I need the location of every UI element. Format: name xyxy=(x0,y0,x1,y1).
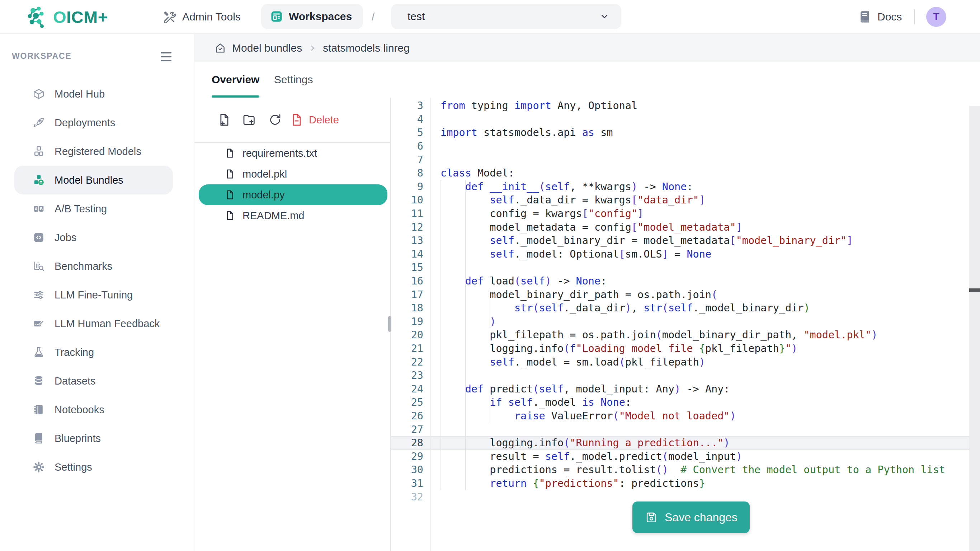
notebook-icon xyxy=(33,404,45,416)
sidebar-item-a-b-testing[interactable]: ABA/B Testing xyxy=(0,194,194,223)
tab-bar: OverviewSettings xyxy=(194,62,980,98)
panel-resize-handle[interactable] xyxy=(388,316,391,332)
sidebar-item-llm-fine-tuning[interactable]: LLM Fine-Tuning xyxy=(0,280,194,309)
file-panel: Delete requirements.txtmodel.pklmodel.py… xyxy=(194,97,391,551)
code-line-25: 25 if self._model is None: xyxy=(391,396,969,409)
home-icon xyxy=(214,42,226,54)
sidebar-item-label: Notebooks xyxy=(54,404,104,416)
breadcrumb-item-statsmodels-linreg: statsmodels linreg xyxy=(323,42,410,54)
sidebar-item-jobs[interactable]: Jobs xyxy=(0,223,194,252)
code-line-19: 19 ) xyxy=(391,315,969,329)
sidebar-item-label: Jobs xyxy=(54,232,76,244)
file-icon xyxy=(224,210,235,221)
benchmark-icon xyxy=(33,260,45,272)
line-number: 6 xyxy=(391,140,423,152)
cubes-icon xyxy=(33,145,45,158)
docs-button[interactable]: Docs xyxy=(858,0,902,33)
flask-icon xyxy=(33,346,45,358)
sidebar-item-notebooks[interactable]: Notebooks xyxy=(0,395,194,424)
code-line-30: 30 predictions = result.tolist() # Conve… xyxy=(391,463,969,477)
admin-tools-button[interactable]: Admin Tools xyxy=(162,0,241,33)
line-number: 7 xyxy=(391,154,423,166)
workspace-selector[interactable]: test xyxy=(391,4,621,29)
line-number: 14 xyxy=(391,248,423,260)
sidebar-item-label: Model Bundles xyxy=(54,174,123,186)
sidebar-item-label: Registered Models xyxy=(54,146,142,158)
logo-molecule-icon xyxy=(25,5,49,29)
line-number: 10 xyxy=(391,194,423,206)
workspace-sidebar: WORKSPACE Model HubDeploymentsRegistered… xyxy=(0,34,194,551)
code-line-15: 15 xyxy=(391,261,969,274)
admin-tools-label: Admin Tools xyxy=(182,11,241,23)
chevron-down-icon xyxy=(599,11,610,22)
scrollbar-thumb[interactable] xyxy=(969,288,980,292)
sidebar-item-label: Datasets xyxy=(54,375,95,387)
bundle-icon xyxy=(33,174,45,186)
line-number: 8 xyxy=(391,167,423,179)
line-number: 29 xyxy=(391,451,423,462)
delete-file-button[interactable]: Delete xyxy=(290,113,339,127)
new-file-button[interactable] xyxy=(217,113,231,127)
file-name: model.pkl xyxy=(242,168,287,180)
gear-icon xyxy=(33,461,45,473)
new-folder-button[interactable] xyxy=(242,113,256,127)
code-line-13: 13 self._model_binary_dir = model_metada… xyxy=(391,234,969,247)
line-number: 4 xyxy=(391,113,423,125)
breadcrumb-item-model-bundles[interactable]: Model bundles xyxy=(232,42,302,54)
file-minus-icon xyxy=(290,113,304,127)
breadcrumb: Model bundlesstatsmodels linreg xyxy=(194,34,980,62)
sidebar-item-settings[interactable]: Settings xyxy=(0,453,194,481)
code-line-18: 18 str(self._data_dir), str(self._model_… xyxy=(391,301,969,315)
code-line-21: 21 logging.info(f"Loading model file {pk… xyxy=(391,342,969,355)
svg-text:B: B xyxy=(40,207,43,211)
cube-icon xyxy=(33,88,45,100)
sidebar-section-label: WORKSPACE xyxy=(12,51,72,61)
line-number: 15 xyxy=(391,261,423,273)
file-row-model-pkl[interactable]: model.pkl xyxy=(194,164,390,185)
save-changes-button[interactable]: Save changes xyxy=(632,502,750,533)
file-icon xyxy=(224,148,235,159)
user-avatar[interactable]: T xyxy=(926,7,946,27)
line-number: 5 xyxy=(391,127,423,139)
line-number: 23 xyxy=(391,369,423,381)
line-number: 24 xyxy=(391,383,423,395)
sidebar-item-datasets[interactable]: Datasets xyxy=(0,366,194,395)
app-window: OICM+ Admin Tools Workspa xyxy=(0,0,980,551)
sidebar-item-model-hub[interactable]: Model Hub xyxy=(0,80,194,108)
sidebar-item-benchmarks[interactable]: Benchmarks xyxy=(0,252,194,280)
line-number: 26 xyxy=(391,410,423,422)
sidebar-item-label: Deployments xyxy=(54,117,115,129)
path-separator: / xyxy=(372,0,374,33)
code-line-8: 8class Model: xyxy=(391,166,969,180)
file-row-model-py[interactable]: model.py xyxy=(199,185,387,205)
sidebar-item-llm-human-feedback[interactable]: LLM Human Feedback xyxy=(0,309,194,338)
chevron-right-icon xyxy=(308,43,317,53)
code-line-29: 29 result = self._model.predict(model_in… xyxy=(391,449,969,463)
app-logo[interactable]: OICM+ xyxy=(25,4,108,30)
file-row-requirements-txt[interactable]: requirements.txt xyxy=(194,143,390,164)
code-line-24: 24 def predict(self, model_input: Any) -… xyxy=(391,382,969,396)
sidebar-item-registered-models[interactable]: Registered Models xyxy=(0,137,194,166)
sidebar-item-tracking[interactable]: Tracking xyxy=(0,338,194,366)
code-lines: 3from typing import Any, Optional45impor… xyxy=(391,99,969,504)
workspaces-button[interactable]: Workspaces xyxy=(261,4,363,29)
sidebar-item-model-bundles[interactable]: Model Bundles xyxy=(14,166,173,194)
line-number: 27 xyxy=(391,424,423,435)
code-line-4: 4 xyxy=(391,113,969,126)
file-row-readme-md[interactable]: README.md xyxy=(194,205,390,226)
tab-overview[interactable]: Overview xyxy=(212,62,259,97)
editor-scrollbar[interactable] xyxy=(969,106,980,551)
code-editor[interactable]: 3from typing import Any, Optional45impor… xyxy=(391,97,980,551)
sidebar-collapse-button[interactable] xyxy=(161,52,172,61)
line-number: 20 xyxy=(391,329,423,341)
code-line-14: 14 self._model: Optional[sm.OLS] = None xyxy=(391,247,969,261)
tab-settings[interactable]: Settings xyxy=(274,62,313,97)
code-line-23: 23 xyxy=(391,369,969,382)
refresh-icon[interactable] xyxy=(268,113,282,127)
sidebar-item-blueprints[interactable]: Blueprints xyxy=(0,424,194,453)
feedback-icon xyxy=(33,317,45,330)
sidebar-item-deployments[interactable]: Deployments xyxy=(0,108,194,137)
top-header: OICM+ Admin Tools Workspa xyxy=(0,0,980,34)
file-toolbar: Delete xyxy=(194,97,390,142)
code-line-16: 16 def load(self) -> None: xyxy=(391,274,969,288)
